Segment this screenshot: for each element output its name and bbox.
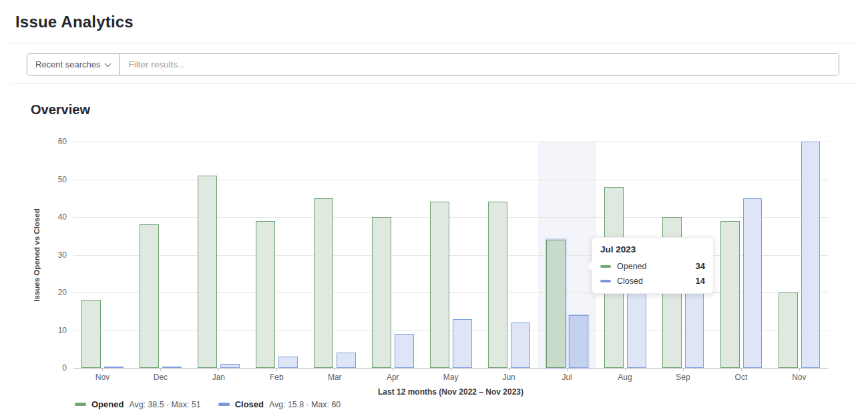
x-axis-tick <box>625 369 626 371</box>
bar-opened-dec-1[interactable] <box>140 224 159 368</box>
bar-opened-may-6[interactable] <box>430 202 449 368</box>
x-axis-tick <box>276 369 277 371</box>
gridline <box>73 180 828 180</box>
bar-closed-nov-12[interactable] <box>801 142 821 368</box>
opened-swatch-icon <box>600 265 611 268</box>
x-tick-label-jun-7: Jun <box>489 373 529 382</box>
y-tick-label: 0 <box>39 363 67 373</box>
x-axis-tick <box>567 369 568 371</box>
y-tick-label: 30 <box>39 250 67 260</box>
closed-legend-stats: Avg: 15.8 · Max: 60 <box>269 400 341 409</box>
bar-opened-jan-2[interactable] <box>198 176 217 368</box>
y-tick-label: 50 <box>39 175 67 184</box>
bar-closed-jun-7[interactable] <box>511 323 530 368</box>
opened-legend-stats: Avg: 38.5 · Max: 51 <box>129 400 200 409</box>
bar-closed-jan-2[interactable] <box>220 364 240 368</box>
bar-opened-nov-12[interactable] <box>779 292 798 368</box>
x-axis-title: Last 12 months (Nov 2022 – Nov 2023) <box>317 387 584 397</box>
x-tick-label-nov-0: Nov <box>82 373 122 382</box>
tooltip-row-closed: Closed 14 <box>600 276 705 286</box>
x-axis-tick <box>741 369 742 371</box>
gridline <box>73 292 828 293</box>
x-tick-label-oct-11: Oct <box>721 373 761 382</box>
x-axis-tick <box>799 369 800 371</box>
issues-opened-vs-closed-chart: Issues Opened vs Closed Last 12 months (… <box>0 0 868 418</box>
opened-legend-swatch <box>75 403 86 406</box>
bar-opened-jun-7[interactable] <box>488 202 507 368</box>
bar-closed-mar-4[interactable] <box>337 353 356 368</box>
chart-legend: Opened Avg: 38.5 · Max: 51 Closed Avg: 1… <box>75 399 353 409</box>
x-tick-label-sep-10: Sep <box>663 373 703 382</box>
bar-opened-nov-0[interactable] <box>81 300 101 368</box>
opened-legend-label[interactable]: Opened <box>91 399 124 409</box>
x-tick-label-nov-12: Nov <box>779 373 819 382</box>
bar-closed-nov-0[interactable] <box>104 367 124 369</box>
bar-closed-oct-11[interactable] <box>743 198 763 368</box>
bar-opened-oct-11[interactable] <box>720 221 740 368</box>
x-axis-tick <box>102 369 103 371</box>
closed-swatch-icon <box>600 280 611 282</box>
gridline <box>73 331 828 331</box>
x-axis-tick <box>683 369 684 371</box>
gridline <box>73 217 828 218</box>
x-axis-tick <box>160 369 161 371</box>
bar-closed-may-6[interactable] <box>453 319 472 368</box>
y-tick-label: 20 <box>39 288 67 297</box>
bar-opened-mar-4[interactable] <box>314 198 333 368</box>
closed-legend-swatch <box>218 403 230 406</box>
tooltip-title: Jul 2023 <box>600 244 705 254</box>
tooltip-closed-label: Closed <box>617 276 643 286</box>
y-tick-label: 60 <box>39 137 67 146</box>
bar-opened-feb-3[interactable] <box>256 221 275 368</box>
tooltip-closed-value: 14 <box>696 276 705 286</box>
x-tick-label-aug-9: Aug <box>605 373 645 382</box>
x-tick-label-may-6: May <box>431 373 471 382</box>
x-tick-label-mar-4: Mar <box>314 373 355 382</box>
gridline <box>73 142 828 142</box>
x-axis-tick <box>451 369 451 371</box>
gridline <box>73 255 828 256</box>
bar-closed-apr-5[interactable] <box>395 334 414 368</box>
x-axis-tick <box>335 369 335 371</box>
closed-legend-label[interactable]: Closed <box>235 399 264 409</box>
x-tick-label-feb-3: Feb <box>256 373 296 382</box>
bar-closed-jul-8[interactable] <box>569 315 588 368</box>
bar-opened-jul-8[interactable] <box>546 240 566 368</box>
tooltip-row-opened: Opened 34 <box>600 261 705 271</box>
bar-closed-feb-3[interactable] <box>278 357 298 368</box>
x-axis-tick <box>393 369 393 371</box>
y-tick-label: 40 <box>39 212 67 222</box>
tooltip-opened-value: 34 <box>696 261 705 271</box>
y-tick-label: 10 <box>39 326 67 335</box>
x-tick-label-dec-1: Dec <box>140 373 180 382</box>
x-tick-label-apr-5: Apr <box>373 373 413 382</box>
chart-tooltip: Jul 2023 Opened 34 Closed 14 <box>592 237 714 294</box>
tooltip-opened-label: Opened <box>617 262 646 271</box>
bar-closed-dec-1[interactable] <box>162 367 182 369</box>
x-axis-tick <box>509 369 509 371</box>
bar-closed-sep-10[interactable] <box>685 292 704 368</box>
bar-opened-apr-5[interactable] <box>372 217 391 368</box>
x-tick-label-jul-8: Jul <box>547 373 587 382</box>
x-tick-label-jan-2: Jan <box>198 373 238 382</box>
x-axis-tick <box>218 369 219 371</box>
